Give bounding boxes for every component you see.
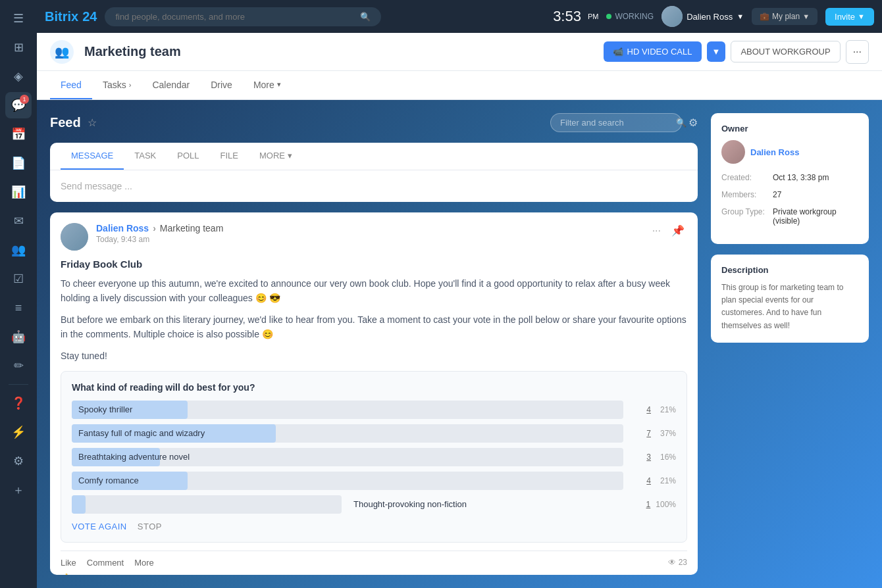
description-title: Description <box>721 265 858 275</box>
composer-tab-message[interactable]: MESSAGE <box>61 143 124 170</box>
tab-tasks[interactable]: Tasks › <box>92 72 142 99</box>
poll-stats-4: 1 100% <box>630 500 676 509</box>
tab-drive[interactable]: Drive <box>200 72 243 99</box>
user-profile[interactable]: Dalien Ross ▼ <box>662 6 744 27</box>
sidebar-divider <box>9 384 28 385</box>
composer-tab-poll[interactable]: POLL <box>167 143 209 170</box>
post-pin-button[interactable]: 📌 <box>669 223 687 238</box>
poll-pct-4: 100% <box>656 500 676 509</box>
help-icon[interactable]: ❓ <box>5 390 32 416</box>
working-status: WORKING <box>606 12 654 21</box>
poll-bar-3: Comfy romance <box>72 472 188 490</box>
poll-stats-0: 4 21% <box>630 405 676 414</box>
poll-votes-2[interactable]: 3 <box>646 453 651 462</box>
docs-icon[interactable]: 📄 <box>5 150 32 176</box>
calendar-icon[interactable]: 📅 <box>5 121 32 147</box>
feed-search-input[interactable] <box>560 118 671 128</box>
videocall-dropdown-button[interactable]: ▼ <box>707 41 726 62</box>
topnav: Bitrix 24 🔍 3:53PM WORKING Dalien Ross ▼… <box>37 0 882 33</box>
like-button[interactable]: Like <box>61 558 76 568</box>
post-time: Today, 9:43 am <box>96 235 642 244</box>
description-text: This group is for marketing team to plan… <box>721 282 858 332</box>
chart-icon[interactable]: 📊 <box>5 179 32 205</box>
stop-poll-button[interactable]: STOP <box>138 522 162 531</box>
composer-tab-more[interactable]: MORE ▾ <box>249 143 303 170</box>
workgroup-actions: 📹 HD VIDEO CALL ▼ ABOUT WORKGROUP ··· <box>604 40 869 64</box>
poll-pct-2: 16% <box>656 453 676 462</box>
my-plan-button[interactable]: 💼 My plan ▼ <box>752 8 817 25</box>
people-icon[interactable]: 👥 <box>5 237 32 263</box>
members-row: Members: 27 <box>721 190 858 199</box>
feed-settings-icon[interactable]: ⚙ <box>688 116 698 129</box>
post-options-button[interactable]: ··· <box>650 223 663 238</box>
avatar <box>662 6 683 27</box>
tab-tasks-label: Tasks <box>103 80 126 90</box>
likers-text[interactable]: Samuel Smith, Daniel Wren and 10 more <box>74 573 229 575</box>
pencil-icon[interactable]: ✏ <box>5 353 32 379</box>
poll-votes-0[interactable]: 4 <box>646 405 651 414</box>
poll-bar-0: Spooky thriller <box>72 401 188 419</box>
composer-tab-file[interactable]: FILE <box>210 143 249 170</box>
clock-display: 3:53PM <box>553 8 598 25</box>
poll-pct-0: 21% <box>656 405 676 414</box>
search-input[interactable] <box>115 12 355 22</box>
about-workgroup-button[interactable]: ABOUT WORKGROUP <box>731 41 840 62</box>
videocall-button[interactable]: 📹 HD VIDEO CALL <box>604 41 702 62</box>
activity-icon[interactable]: ◈ <box>5 63 32 89</box>
poll-option-2: Breathtaking adventure novel 3 16% <box>72 448 676 466</box>
grid-icon[interactable]: ⊞ <box>5 34 32 61</box>
likes-row: 👍 Samuel Smith, Daniel Wren and 10 more <box>61 573 687 575</box>
poll-bar-4: Thought-provoking non-fiction <box>72 495 86 514</box>
poll-pct-1: 37% <box>656 429 676 438</box>
composer-tab-task[interactable]: TASK <box>124 143 167 170</box>
star-icon[interactable]: ☆ <box>88 116 97 129</box>
invite-button[interactable]: Invite ▼ <box>825 8 874 26</box>
feed-search[interactable]: 🔍 <box>550 113 682 132</box>
more-action-button[interactable]: More <box>134 558 154 568</box>
members-label: Members: <box>721 190 767 199</box>
tab-drive-label: Drive <box>211 80 232 90</box>
chevron-down-icon: ▼ <box>802 12 810 20</box>
filter-icon[interactable]: ≡ <box>5 295 32 321</box>
search-icon: 🔍 <box>360 12 371 22</box>
post-body-2: But before we embark on this literary jo… <box>61 312 687 342</box>
post-footer: Like Comment More 👁 23 👍 Samuel Smith, D… <box>61 551 687 575</box>
poll-votes-3[interactable]: 4 <box>646 476 651 485</box>
post-author-name[interactable]: Dalien Ross <box>96 223 149 233</box>
poll-bar-bg-2: Breathtaking adventure novel <box>72 448 623 466</box>
owner-card: Owner Dalien Ross Created: Oct 13, 3:38 … <box>711 113 869 244</box>
video-icon: 📹 <box>613 47 623 57</box>
workgroup-icon: 👥 <box>50 40 74 64</box>
owner-name[interactable]: Dalien Ross <box>750 147 799 157</box>
poll-pct-3: 21% <box>656 476 676 485</box>
settings-icon[interactable]: ⚙ <box>5 448 32 474</box>
feed-section: Feed ☆ 🔍 ⚙ MESSAGE TASK POLL FILE <box>50 113 698 575</box>
global-search[interactable]: 🔍 <box>105 7 381 26</box>
task-icon[interactable]: ☑ <box>5 266 32 292</box>
poll-option-label-1: Fantasy full of magic and wizadry <box>78 428 205 438</box>
chevron-down-icon: ▼ <box>858 12 865 20</box>
comment-button[interactable]: Comment <box>87 558 124 568</box>
robot-icon[interactable]: 🤖 <box>5 324 32 350</box>
add-icon[interactable]: ＋ <box>5 477 32 503</box>
tab-more[interactable]: More ▾ <box>243 72 292 99</box>
more-options-button[interactable]: ··· <box>846 40 869 64</box>
post-header: Dalien Ross › Marketing team Today, 9:43… <box>61 223 687 251</box>
chat-icon[interactable]: 💬 1 <box>5 92 32 118</box>
mail-icon[interactable]: ✉ <box>5 208 32 234</box>
poll-option-3: Comfy romance 4 21% <box>72 472 676 490</box>
poll-votes-4[interactable]: 1 <box>646 500 651 509</box>
post-title: Friday Book Club <box>61 258 687 270</box>
tab-feed[interactable]: Feed <box>50 72 92 99</box>
invite-label: Invite <box>835 12 855 22</box>
lightning-icon[interactable]: ⚡ <box>5 419 32 445</box>
hamburger-icon[interactable]: ☰ <box>5 5 32 32</box>
tab-calendar[interactable]: Calendar <box>142 72 200 99</box>
poll-votes-1[interactable]: 7 <box>646 429 651 438</box>
post-card: Dalien Ross › Marketing team Today, 9:43… <box>50 212 698 575</box>
post-team-name: Marketing team <box>160 223 223 233</box>
vote-again-button[interactable]: VOTE AGAIN <box>72 522 127 531</box>
tab-calendar-label: Calendar <box>152 80 190 90</box>
eye-icon: 👁 <box>668 558 676 567</box>
message-input-area[interactable]: Send message ... <box>50 170 698 202</box>
